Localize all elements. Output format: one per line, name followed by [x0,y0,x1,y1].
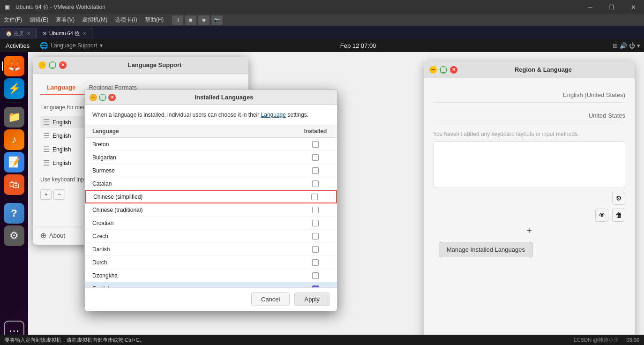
tab-ubuntu-close[interactable]: ✕ [82,31,86,36]
lang-check-czech[interactable] [301,233,329,240]
menu-tabs[interactable]: 选项卡(I) [111,14,141,26]
sound-icon[interactable]: 🔊 [620,42,627,49]
input-method-delete-button[interactable]: 🗑 [612,209,625,222]
status-text: 要将输入定向到该虚拟机，请在虚拟机内部单击或按 Ctrl+G。 [5,337,574,344]
lang-check-breton[interactable] [301,141,329,148]
lang-check-chinese-traditional[interactable] [301,207,329,213]
add-input-method-button[interactable]: + [526,225,532,236]
region-lang-title: Region & Language [457,66,629,73]
vmware-title: Ubuntu 64 位 - VMware Workstation [12,3,579,11]
lang-support-minimize-button[interactable]: ─ [38,61,46,69]
checkbox-dutch[interactable] [312,259,319,266]
vmware-close-button[interactable]: ✕ [622,0,644,14]
lang-item-danish[interactable]: Danish [85,243,337,256]
lang-check-dutch[interactable] [301,259,329,266]
about-button[interactable]: About [49,232,65,239]
lang-check-chinese-simplified[interactable] [300,194,329,200]
menu-file[interactable]: 文件(F) [0,14,26,26]
vmware-menubar: 文件(F) 编辑(E) 查看(V) 虚拟机(M) 选项卡(I) 帮助(H) ⏸ … [0,14,644,26]
lang-name-dzongkha: Dzongkha [92,272,301,279]
checkbox-croatian[interactable] [312,220,319,226]
lang-item-breton[interactable]: Breton [85,138,337,151]
language-link[interactable]: Language [261,112,286,118]
toolbar-stop[interactable]: ⏹ [185,15,196,25]
installed-lang-cancel-button[interactable]: Cancel [251,292,290,306]
lang-check-croatian[interactable] [301,220,329,226]
system-menu-icon[interactable]: ▾ [637,42,640,49]
toolbar-snap[interactable]: 📷 [211,15,223,25]
manage-installed-languages-button[interactable]: Manage Installed Languages [439,242,533,257]
lang-name-breton: Breton [92,141,301,148]
lang-name-burmese: Burmese [92,167,301,174]
dock-icon-firefox[interactable]: 🦊 [4,56,24,76]
dock-icon-thunderbird[interactable]: ⚡ [4,78,24,99]
checkbox-bulgarian[interactable] [312,154,319,161]
input-method-preview-button[interactable]: 👁 [595,209,608,222]
dock-icon-settings[interactable]: ⚙ [4,225,24,246]
dock-icon-help[interactable]: ? [4,203,24,224]
input-method-edit-actions: 👁 🗑 [433,209,625,222]
dock-icon-software-center[interactable]: 🛍 [4,174,24,195]
lang-support-maximize-button[interactable]: ⬜ [49,61,56,69]
lang-name-english-2: English [52,133,71,139]
lang-item-burmese[interactable]: Burmese [85,164,337,177]
dock-icon-files[interactable]: 📁 [4,107,24,128]
region-lang-minimize-button[interactable]: ─ [429,66,437,74]
activities-button[interactable]: Activities [0,39,35,52]
menu-view[interactable]: 查看(V) [52,14,78,26]
network-icon[interactable]: ⊞ [613,42,618,49]
menu-help[interactable]: 帮助(H) [141,14,168,26]
lang-name-catalan: Catalan [92,180,301,187]
tab-home-close[interactable]: ✕ [27,31,30,36]
vmware-minimize-button[interactable]: ─ [579,0,601,14]
lang-check-dzongkha[interactable] [301,272,329,279]
installed-lang-close-button[interactable]: ✕ [108,94,116,101]
lang-item-english[interactable]: English ✓ [85,282,337,288]
lang-check-catalan[interactable] [301,180,329,187]
lang-check-bulgarian[interactable] [301,154,329,161]
power-icon[interactable]: ⏻ [629,42,635,49]
description-text-after: settings. [286,112,308,118]
region-lang-close-button[interactable]: ✕ [450,66,457,74]
tab-home-label: 🏠 主页 [6,30,24,37]
vmware-restore-button[interactable]: ❐ [601,0,622,14]
region-lang-maximize-button[interactable]: ⬜ [440,66,447,74]
dock-icon-gedit[interactable]: 📝 [4,152,24,172]
checkbox-danish[interactable] [312,246,319,253]
lang-support-close-button[interactable]: ✕ [59,61,67,69]
checkbox-czech[interactable] [312,233,319,240]
lang-item-bulgarian[interactable]: Bulgarian [85,151,337,164]
lang-check-danish[interactable] [301,246,329,253]
checkbox-chinese-traditional[interactable] [312,207,319,213]
installed-lang-apply-button[interactable]: Apply [294,292,329,306]
lang-item-chinese-traditional[interactable]: Chinese (traditional) [85,203,337,217]
lang-item-dzongkha[interactable]: Dzongkha [85,269,337,282]
checkbox-burmese[interactable] [312,167,319,174]
checkbox-chinese-simplified[interactable] [311,194,318,200]
lang-item-czech[interactable]: Czech [85,230,337,243]
lang-add-button[interactable]: + [40,189,52,200]
dock-separator-2 [6,199,22,199]
lang-name-english-3: English [52,146,71,153]
tab-language[interactable]: Language [40,81,82,95]
lang-item-croatian[interactable]: Croatian [85,217,337,230]
tab-home[interactable]: 🏠 主页 ✕ [0,28,36,39]
input-method-settings-button[interactable]: ⚙ [612,192,625,205]
toolbar-power[interactable]: ⏺ [198,15,210,25]
installed-lang-maximize-button[interactable]: ⬜ [99,94,106,101]
checkbox-breton[interactable] [312,141,319,148]
lang-item-catalan[interactable]: Catalan [85,177,337,190]
checkbox-dzongkha[interactable] [312,272,319,279]
toolbar-pause[interactable]: ⏸ [172,15,183,25]
menu-edit[interactable]: 编辑(E) [26,14,52,26]
lang-item-dutch[interactable]: Dutch [85,256,337,269]
tab-ubuntu[interactable]: ⊙ Ubuntu 64 位 ✕ [36,28,92,39]
checkbox-catalan[interactable] [312,180,319,187]
menu-vm[interactable]: 虚拟机(M) [78,14,111,26]
lang-remove-button[interactable]: − [53,189,65,200]
dock-icon-rhythmbox[interactable]: ♪ [4,129,24,150]
app-indicator[interactable]: 🌐 Language Support ▾ [35,39,107,52]
lang-item-chinese-simplified[interactable]: Chinese (simplified) [85,190,337,203]
lang-check-burmese[interactable] [301,167,329,174]
installed-lang-minimize-button[interactable]: ─ [90,94,97,101]
